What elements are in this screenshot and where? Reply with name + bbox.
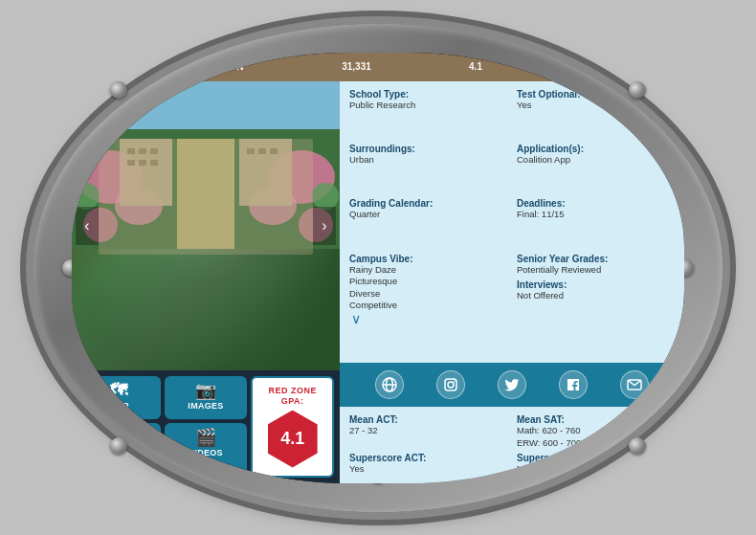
mean-act-value: 27 - 32 xyxy=(349,425,507,436)
superscore-act-item: Superscore ACT: Yes xyxy=(349,453,507,475)
superscore-sat-label: Superscore SAT: xyxy=(517,453,675,463)
svg-rect-17 xyxy=(270,148,278,154)
next-image-button[interactable]: › xyxy=(313,207,336,245)
deadlines-item: Deadlines: Final: 11/15 xyxy=(517,198,675,249)
svg-rect-14 xyxy=(150,160,158,166)
campus-image-area: ‹ › xyxy=(72,81,340,370)
surroundings-value: Urban xyxy=(349,154,507,166)
campus-vibe-item: Campus Vibe: Rainy Daze Picturesque Dive… xyxy=(349,254,507,356)
grading-value: Quarter xyxy=(349,209,507,220)
gpa-hexagon: 4.1 xyxy=(268,411,318,468)
applications-item: Application(s): Coalition App xyxy=(517,144,675,194)
heart-icon[interactable]: ♥ xyxy=(656,59,665,75)
svg-rect-16 xyxy=(258,148,266,154)
facebook-icon[interactable] xyxy=(559,370,588,399)
superscore-act-value: Yes xyxy=(349,463,507,475)
grading-item: Grading Calendar: Quarter xyxy=(349,198,507,249)
surroundings-label: Surroundings: xyxy=(349,144,507,154)
svg-rect-7 xyxy=(120,139,172,206)
svg-rect-9 xyxy=(127,148,135,154)
campus-vibe-label: Campus Vibe: xyxy=(349,254,507,264)
senior-grades-item: Senior Year Grades: Potentially Reviewed xyxy=(517,254,675,276)
svg-point-21 xyxy=(312,183,339,210)
superscore-sat-value: No xyxy=(517,463,675,475)
grading-label: Grading Calendar: xyxy=(349,198,507,209)
applications-label: Application(s): xyxy=(517,144,675,154)
show-more-button[interactable]: ∨ xyxy=(349,311,507,326)
info-grid: School Type: Public Research Test Option… xyxy=(340,81,684,364)
map-icon: 🗺 xyxy=(110,382,127,399)
porthole-frame: UNIVERSITY OF WASHINGTON 31,331 4.1 SEAT… xyxy=(33,24,723,512)
gpa-value: 4.1 xyxy=(280,429,304,449)
applications-value: Coalition App xyxy=(517,154,675,166)
mean-sat-erw: ERW: 600 - 700 xyxy=(517,437,675,449)
enrollment: 31,331 xyxy=(342,61,371,72)
location: SEATTLE, WA ♥ xyxy=(580,59,665,75)
test-optional-item: Test Optional: Yes xyxy=(517,89,675,140)
svg-rect-13 xyxy=(139,160,146,166)
test-optional-value: Yes xyxy=(517,100,675,111)
svg-rect-6 xyxy=(177,139,234,249)
campus-vibe-value: Rainy Daze Picturesque Diverse Competiti… xyxy=(349,264,507,311)
instagram-icon[interactable] xyxy=(436,370,465,399)
senior-grades-label: Senior Year Grades: xyxy=(517,254,675,264)
action-buttons: 🗺 MAP 📷 IMAGES RED ZONE GPA: 4.1 xyxy=(72,370,340,483)
deadlines-label: Deadlines: xyxy=(517,198,675,209)
superscore-sat-item: Superscore SAT: No xyxy=(517,453,675,475)
red-zone-gpa: RED ZONE GPA: 4.1 xyxy=(251,376,334,478)
mean-sat-math: Math: 620 - 760 xyxy=(517,425,675,436)
surroundings-item: Surroundings: Urban xyxy=(349,144,507,194)
svg-rect-25 xyxy=(445,379,456,390)
svg-rect-11 xyxy=(150,148,158,154)
video-icon: 🎬 xyxy=(195,429,216,446)
right-panel: School Type: Public Research Test Option… xyxy=(340,81,684,483)
svg-point-26 xyxy=(448,382,454,388)
red-zone-label: RED ZONE GPA: xyxy=(260,386,324,407)
twitter-icon[interactable] xyxy=(498,370,526,399)
mean-act-label: Mean ACT: xyxy=(349,414,507,425)
svg-point-4 xyxy=(115,187,163,225)
images-button[interactable]: 📷 IMAGES xyxy=(165,376,248,419)
test-optional-label: Test Optional: xyxy=(517,89,675,100)
bolt-bl xyxy=(110,437,127,455)
school-type-label: School Type: xyxy=(349,89,507,100)
svg-rect-0 xyxy=(72,81,340,129)
superscore-act-label: Superscore ACT: xyxy=(349,453,507,463)
website-icon[interactable] xyxy=(375,370,404,399)
social-bar xyxy=(340,363,684,407)
school-name: UNIVERSITY OF WASHINGTON xyxy=(91,61,244,72)
videos-button[interactable]: 🎬 VIDEOS xyxy=(165,423,248,477)
porthole-content: UNIVERSITY OF WASHINGTON 31,331 4.1 SEAT… xyxy=(72,53,684,483)
svg-rect-10 xyxy=(139,148,146,154)
svg-rect-1 xyxy=(72,129,340,249)
mean-sat-label: Mean SAT: xyxy=(517,414,675,425)
deadlines-value: Final: 11/15 xyxy=(517,209,675,220)
camera-icon: 📷 xyxy=(195,382,216,399)
school-type-item: School Type: Public Research xyxy=(349,89,507,140)
svg-point-5 xyxy=(249,187,297,225)
campus-photo xyxy=(72,81,340,370)
prev-image-button[interactable]: ‹ xyxy=(76,207,99,245)
map-button[interactable]: 🗺 MAP xyxy=(78,376,161,419)
mean-act-item: Mean ACT: 27 - 32 xyxy=(349,414,507,449)
mean-sat-item: Mean SAT: Math: 620 - 760 ERW: 600 - 700 xyxy=(517,414,675,449)
email-icon[interactable] xyxy=(620,370,649,399)
svg-point-20 xyxy=(73,183,100,210)
bolt-tr xyxy=(629,81,646,99)
svg-rect-12 xyxy=(127,160,135,166)
interviews-value: Not Offered xyxy=(517,290,675,301)
rating: 4.1 xyxy=(469,61,482,72)
bolt-br xyxy=(629,437,646,455)
school-type-value: Public Research xyxy=(349,100,507,111)
svg-rect-8 xyxy=(239,139,292,206)
senior-grades-value: Potentially Reviewed xyxy=(517,264,675,276)
top-header: UNIVERSITY OF WASHINGTON 31,331 4.1 SEAT… xyxy=(72,53,684,81)
interviews-label: Interviews: xyxy=(517,279,675,290)
left-panel: ‹ › 🗺 MAP 📷 IMAGES RED ZONE GPA: xyxy=(72,81,340,483)
svg-rect-15 xyxy=(247,148,255,154)
interviews-item: Interviews: Not Offered xyxy=(517,279,675,301)
svg-point-27 xyxy=(454,381,456,383)
main-content: ‹ › 🗺 MAP 📷 IMAGES RED ZONE GPA: xyxy=(72,81,684,483)
